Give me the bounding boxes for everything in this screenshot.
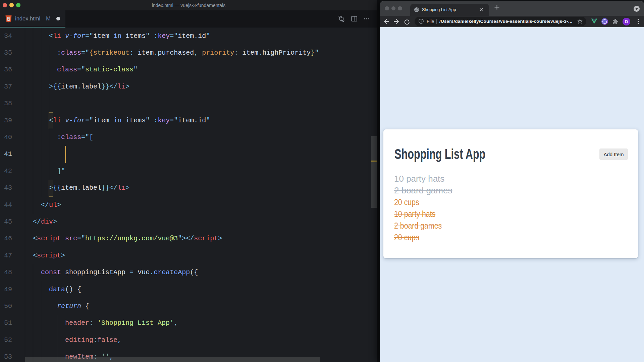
vue-devtools-extension-icon[interactable] xyxy=(591,18,597,24)
code-line xyxy=(17,95,319,112)
browser-zoom-traffic-light[interactable] xyxy=(398,6,402,11)
editor-window: index.html — vuejs-3-fundamentals index.… xyxy=(0,0,377,362)
code-line: <script> xyxy=(17,247,319,264)
back-icon[interactable] xyxy=(383,16,390,27)
line-number: 34 xyxy=(0,28,12,45)
line-number: 46 xyxy=(0,230,12,247)
editor-window-title: index.html — vuejs-3-fundamentals xyxy=(0,0,377,10)
browser-minimize-traffic-light[interactable] xyxy=(391,6,396,11)
overview-ruler-mark xyxy=(371,161,377,162)
line-number: 52 xyxy=(0,332,12,349)
code-line xyxy=(17,146,319,163)
window-gap xyxy=(377,0,380,362)
code-line: class="static-class" xyxy=(17,61,319,78)
purple-extension-icon[interactable] xyxy=(601,18,608,25)
line-number: 35 xyxy=(0,45,12,61)
bookmark-star-icon[interactable] xyxy=(577,19,583,24)
tag-match-box xyxy=(49,112,53,129)
code-line: header: 'Shopping List App', xyxy=(17,315,319,331)
shopping-list-item[interactable]: 20 cups xyxy=(394,232,442,243)
line-number: 43 xyxy=(0,180,12,196)
code-line: const shoppingListApp = Vue.createApp({ xyxy=(17,264,319,281)
browser-tab-shopping-list[interactable]: Shopping List App xyxy=(410,4,489,16)
code-lines: <li v-for="item in items" :key="item.id"… xyxy=(17,28,319,362)
line-numbers: 3435363738394041424344454647484950515253 xyxy=(0,28,12,362)
line-number: 40 xyxy=(0,129,12,146)
line-number: 38 xyxy=(0,95,12,112)
shopping-list-item[interactable]: 2 board games xyxy=(394,220,442,232)
line-number: 53 xyxy=(0,349,12,362)
editor-tab-index-html[interactable]: index.html M xyxy=(0,10,65,27)
line-number: 41 xyxy=(0,146,12,163)
code-line: <li v-for="item in items" :key="item.id" xyxy=(17,112,319,129)
code-line: :class="{strikeout: item.purchased, prio… xyxy=(17,45,319,61)
browser-window: Shopping List App xyxy=(380,1,644,362)
html5-file-icon xyxy=(5,15,12,22)
line-number: 39 xyxy=(0,112,12,129)
browser-close-traffic-light[interactable] xyxy=(385,6,389,11)
reload-icon[interactable] xyxy=(404,16,410,27)
code-line: <script src="https://unpkg.com/vue@3"></… xyxy=(17,230,319,247)
shopping-list-item[interactable]: 2 board games xyxy=(394,185,452,196)
git-modified-badge: M xyxy=(46,10,51,27)
code-line: data() { xyxy=(17,281,319,298)
code-line: >{{item.label}}</li> xyxy=(17,78,319,95)
code-line: </ul> xyxy=(17,197,319,214)
page-title: Shopping List App xyxy=(394,147,485,161)
editor-titlebar: index.html — vuejs-3-fundamentals xyxy=(0,0,377,10)
code-line: >{{item.label}}</li> xyxy=(17,180,319,196)
tab-search-icon[interactable] xyxy=(634,6,640,12)
line-number: 51 xyxy=(0,315,12,331)
extensions-puzzle-icon[interactable] xyxy=(612,18,619,25)
tag-match-box xyxy=(49,180,53,196)
line-number: 42 xyxy=(0,163,12,180)
editor-tab-bar: index.html M xyxy=(0,10,377,27)
code-line: ]" xyxy=(17,163,319,180)
address-bar[interactable]: File /Users/danielkelly/Courses/vue-esse… xyxy=(415,17,586,26)
split-editor-icon[interactable] xyxy=(351,15,358,22)
line-number: 49 xyxy=(0,281,12,298)
line-number: 48 xyxy=(0,264,12,281)
open-changes-icon[interactable] xyxy=(338,15,345,22)
forward-icon[interactable] xyxy=(393,16,400,27)
url-separator xyxy=(436,19,437,24)
code-line: :class="[ xyxy=(17,129,319,146)
horizontal-scrollbar[interactable] xyxy=(25,357,320,362)
shopping-list-item[interactable]: 20 cups xyxy=(394,196,442,208)
unsaved-dot-icon[interactable] xyxy=(56,17,60,20)
page-info-icon[interactable] xyxy=(419,19,424,24)
code-line: <li v-for="item in items" :key="item.id" xyxy=(17,28,319,45)
browser-menu-icon[interactable] xyxy=(635,18,641,25)
profile-avatar[interactable]: D xyxy=(623,18,630,25)
line-number: 47 xyxy=(0,247,12,264)
line-number: 50 xyxy=(0,298,12,315)
shopping-list: 10 party hats2 board games20 cups10 part… xyxy=(394,173,452,244)
line-number: 44 xyxy=(0,197,12,214)
new-tab-icon[interactable] xyxy=(494,4,500,10)
add-item-button[interactable]: Add Item xyxy=(599,148,628,160)
line-number: 37 xyxy=(0,78,12,95)
text-cursor xyxy=(65,146,66,163)
screenshot: index.html — vuejs-3-fundamentals index.… xyxy=(0,0,644,362)
shopping-list-item[interactable]: 10 party hats xyxy=(394,173,452,185)
line-number: 36 xyxy=(0,61,12,78)
browser-tab-title: Shopping List App xyxy=(422,4,456,16)
code-line: return { xyxy=(17,298,319,315)
more-actions-icon[interactable] xyxy=(363,15,370,22)
url-scheme-label: File xyxy=(427,17,434,26)
vertical-scrollbar[interactable] xyxy=(371,136,377,208)
browser-tab-strip: Shopping List App xyxy=(380,1,644,16)
code-line: </div> xyxy=(17,214,319,230)
line-number: 45 xyxy=(0,214,12,230)
code-line: editing:false, xyxy=(17,332,319,349)
web-page: Shopping List App Add Item 10 party hats… xyxy=(380,27,644,362)
shopping-list-item[interactable]: 10 party hats xyxy=(394,208,442,220)
code-editor-area[interactable]: 3435363738394041424344454647484950515253… xyxy=(0,27,377,362)
browser-toolbar: File /Users/danielkelly/Courses/vue-esse… xyxy=(380,16,644,27)
tab-close-icon[interactable] xyxy=(478,7,484,13)
url-path: /Users/danielkelly/Courses/vue-essential… xyxy=(439,17,573,26)
editor-tab-filename: index.html xyxy=(15,10,40,27)
shopping-list-card: Shopping List App Add Item 10 party hats… xyxy=(383,129,638,258)
globe-favicon xyxy=(414,7,419,12)
